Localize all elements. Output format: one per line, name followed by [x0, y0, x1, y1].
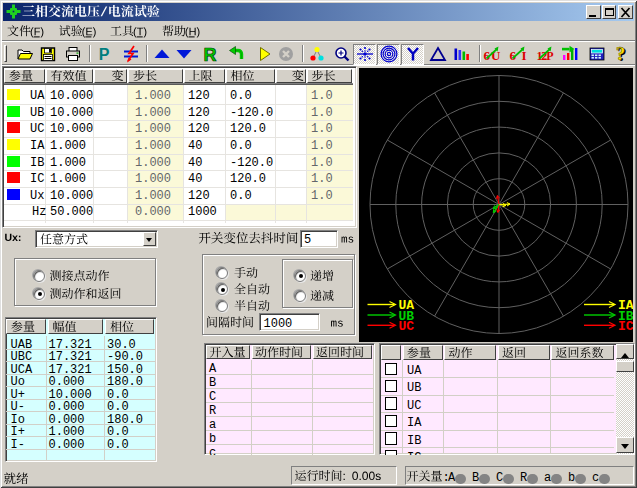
svg-text:?: ?	[616, 45, 626, 63]
svg-text:UC: UC	[399, 319, 415, 334]
svg-text:6U: 6U	[483, 48, 501, 63]
svg-text:P: P	[98, 46, 109, 63]
svg-text:6I: 6I	[510, 48, 527, 63]
svg-text:12P: 12P	[537, 49, 554, 63]
svg-text:R: R	[204, 45, 217, 63]
svg-text:IC: IC	[618, 319, 633, 334]
